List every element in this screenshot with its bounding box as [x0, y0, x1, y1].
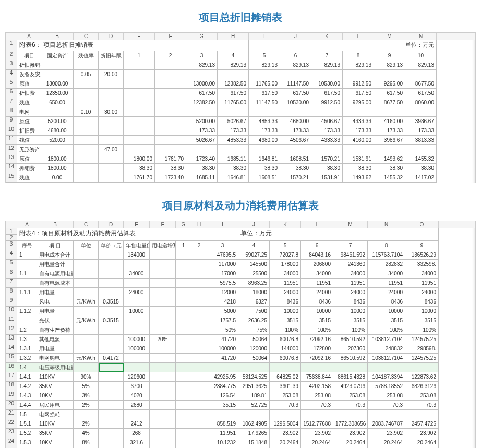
table-cell[interactable]: 20.2464: [333, 438, 368, 447]
table-cell[interactable]: 12000: [207, 288, 238, 297]
table-cell[interactable]: [17, 279, 37, 288]
table-cell[interactable]: [99, 288, 124, 297]
table-cell[interactable]: 520.00: [41, 136, 74, 145]
table-cell[interactable]: [124, 70, 155, 79]
table-cell[interactable]: [99, 117, 124, 126]
table-cell[interactable]: 17.9265: [238, 429, 270, 438]
table-cell[interactable]: 4853.33: [218, 136, 249, 145]
table-cell[interactable]: 设备及安装: [17, 70, 41, 79]
table-cell[interactable]: 20%: [150, 335, 176, 344]
table-cell[interactable]: 617.50: [186, 89, 218, 98]
table-cell[interactable]: [176, 250, 191, 260]
table-cell[interactable]: 650.00: [41, 98, 74, 107]
table-cell[interactable]: [191, 316, 207, 325]
table-cell[interactable]: 无形资产: [17, 145, 41, 154]
table-cell[interactable]: 38.30: [374, 164, 405, 173]
table-cell[interactable]: [374, 145, 405, 154]
table-cell[interactable]: [99, 438, 124, 447]
table-cell[interactable]: 4202.158: [301, 382, 333, 391]
table-cell[interactable]: [74, 288, 99, 297]
table-cell[interactable]: 38.30: [186, 164, 218, 173]
table-cell[interactable]: 折旧费: [17, 126, 41, 136]
table-cell[interactable]: 24000: [333, 288, 368, 297]
table-cell[interactable]: [368, 410, 405, 419]
table-cell[interactable]: 1.3.1: [17, 344, 37, 354]
table-cell[interactable]: [74, 117, 99, 126]
table-cell[interactable]: 原值: [17, 154, 41, 164]
table-cell[interactable]: [74, 410, 99, 419]
table-cell[interactable]: 1.4.2: [17, 382, 37, 391]
table-cell[interactable]: 86510.592: [333, 335, 368, 344]
table-cell[interactable]: [186, 145, 218, 154]
table-cell[interactable]: [124, 89, 155, 98]
sheet1-grid[interactable]: 1附表6： 项目总折旧摊销表单位：万元2项目固定资产残值率折旧年限1234567…: [6, 40, 475, 183]
table-cell[interactable]: 103812.7104: [368, 335, 405, 344]
table-cell[interactable]: [150, 382, 176, 391]
table-cell[interactable]: 829.13: [343, 60, 374, 70]
table-cell[interactable]: 11951: [368, 279, 405, 288]
table-cell[interactable]: [74, 325, 99, 335]
table-cell[interactable]: 5200.00: [41, 117, 74, 126]
table-cell[interactable]: [191, 335, 207, 344]
table-cell[interactable]: 617.50: [343, 89, 374, 98]
table-cell[interactable]: [207, 410, 238, 419]
table-cell[interactable]: [191, 250, 207, 260]
table-cell[interactable]: 38.30: [405, 164, 437, 173]
table-cell[interactable]: [124, 98, 155, 107]
table-cell[interactable]: 1757.5: [207, 316, 238, 325]
table-cell[interactable]: 20.2464: [301, 438, 333, 447]
table-cell[interactable]: 173.33: [405, 126, 437, 136]
table-cell[interactable]: [176, 316, 191, 325]
table-cell[interactable]: 829.13: [405, 60, 437, 70]
table-cell[interactable]: 8436: [405, 297, 439, 307]
table-cell[interactable]: 风电: [37, 297, 74, 307]
table-cell[interactable]: 189.81: [238, 391, 270, 401]
table-cell[interactable]: 1800.00: [124, 154, 155, 164]
table-cell[interactable]: 0.3515: [99, 316, 124, 325]
table-cell[interactable]: 11765.00: [249, 79, 280, 89]
table-cell[interactable]: 摊销费: [17, 164, 41, 173]
table-cell[interactable]: 3515: [368, 316, 405, 325]
table-cell[interactable]: [150, 279, 176, 288]
table-cell[interactable]: [343, 107, 374, 117]
table-cell[interactable]: 居民用电: [37, 401, 74, 410]
table-cell[interactable]: 1.4.4: [17, 401, 37, 410]
table-cell[interactable]: 1.5: [17, 410, 37, 419]
table-cell[interactable]: 124575.25: [405, 335, 439, 344]
table-cell[interactable]: 126.54: [207, 391, 238, 401]
table-cell[interactable]: [124, 260, 150, 269]
table-cell[interactable]: [150, 260, 176, 269]
table-cell[interactable]: 11147.50: [280, 79, 311, 89]
table-cell[interactable]: 144000: [270, 344, 301, 354]
table-cell[interactable]: [150, 410, 176, 419]
table-cell[interactable]: 117000: [207, 260, 238, 269]
table-cell[interactable]: [74, 279, 99, 288]
table-cell[interactable]: 1493.62: [343, 173, 374, 183]
table-cell[interactable]: [405, 410, 439, 419]
table-cell[interactable]: [124, 325, 150, 335]
table-cell[interactable]: 4020: [124, 391, 150, 401]
table-cell[interactable]: 4506.67: [280, 136, 311, 145]
table-cell[interactable]: [191, 382, 207, 391]
table-cell[interactable]: 3813.33: [405, 136, 437, 145]
table-cell[interactable]: 23.902: [405, 429, 439, 438]
table-cell[interactable]: [150, 344, 176, 354]
table-cell[interactable]: 4218: [207, 297, 238, 307]
table-cell[interactable]: 6700: [124, 382, 150, 391]
table-cell[interactable]: 120000: [238, 344, 270, 354]
table-cell[interactable]: [124, 363, 150, 372]
table-cell[interactable]: [374, 70, 405, 79]
table-cell[interactable]: [191, 297, 207, 307]
table-cell[interactable]: [374, 107, 405, 117]
table-cell[interactable]: 用电量: [37, 288, 74, 297]
table-cell[interactable]: 134000: [124, 250, 150, 260]
table-cell[interactable]: [176, 297, 191, 307]
table-cell[interactable]: [150, 269, 176, 279]
table-cell[interactable]: [155, 89, 186, 98]
table-cell[interactable]: [74, 250, 99, 260]
table-cell[interactable]: 35KV: [37, 429, 74, 438]
table-cell[interactable]: 5%: [74, 382, 99, 391]
table-cell[interactable]: 10000: [270, 307, 301, 316]
table-cell[interactable]: 41720: [207, 335, 238, 344]
table-cell[interactable]: 829.13: [311, 60, 343, 70]
